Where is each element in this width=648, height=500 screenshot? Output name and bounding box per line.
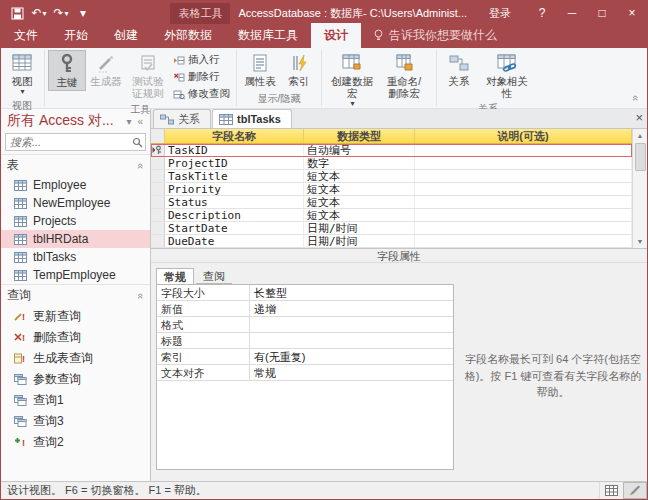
prop-value[interactable]: 长整型 <box>250 285 453 300</box>
tab-file[interactable]: 文件 <box>1 23 51 48</box>
create-data-macros-button[interactable]: 创建数据宏 ▾ <box>325 50 379 110</box>
data-type-cell[interactable]: 短文本 <box>304 209 415 221</box>
nav-item-query1[interactable]: 查询1 <box>1 390 150 411</box>
undo-dropdown-icon[interactable]: ▾ <box>43 9 47 18</box>
description-cell[interactable] <box>415 183 632 195</box>
nav-item-projects[interactable]: Projects <box>1 212 150 230</box>
prop-value[interactable] <box>250 333 453 348</box>
row-selector[interactable] <box>151 170 165 182</box>
field-name-cell[interactable]: ProjectID <box>165 157 304 169</box>
prop-value[interactable] <box>250 317 453 332</box>
prop-row-field-size[interactable]: 字段大小 长整型 <box>157 285 453 301</box>
data-type-cell[interactable]: 短文本 <box>304 196 415 208</box>
grid-row-priority[interactable]: Priority 短文本 <box>151 183 632 196</box>
description-cell[interactable] <box>415 209 632 221</box>
collapse-group-icon[interactable]: « <box>135 162 147 168</box>
grid-row-projectid[interactable]: ProjectID 数字 <box>151 157 632 170</box>
sign-in-link[interactable]: 登录 <box>489 6 511 21</box>
tab-design[interactable]: 设计 <box>311 23 361 48</box>
datasheet-view-button[interactable] <box>599 482 623 499</box>
scrollbar-thumb[interactable] <box>635 143 646 171</box>
nav-item-delete-query[interactable]: ! 删除查询 <box>1 327 150 348</box>
prop-value[interactable]: 有(无重复) <box>250 349 453 364</box>
redo-dropdown-icon[interactable]: ▾ <box>65 9 69 18</box>
search-icon[interactable] <box>129 137 145 148</box>
relationships-button[interactable]: 关系 <box>440 50 478 89</box>
row-selector[interactable] <box>151 235 165 247</box>
undo-icon[interactable]: ↶▾ <box>29 3 49 23</box>
nav-item-update-query[interactable]: ! 更新查询 <box>1 306 150 327</box>
design-view-button[interactable] <box>623 482 647 499</box>
tab-lookup[interactable]: 查阅 <box>196 268 232 284</box>
nav-item-tblhrdata[interactable]: tblHRData <box>1 230 150 248</box>
nav-group-queries[interactable]: 查询 « <box>1 284 150 306</box>
row-selector[interactable] <box>151 157 165 169</box>
tab-external-data[interactable]: 外部数据 <box>151 23 225 48</box>
field-name-cell[interactable]: StartDate <box>165 222 304 234</box>
prop-row-format[interactable]: 格式 <box>157 317 453 333</box>
data-type-cell[interactable]: 短文本 <box>304 183 415 195</box>
nav-item-employee[interactable]: Employee <box>1 176 150 194</box>
field-name-cell[interactable]: Status <box>165 196 304 208</box>
search-input[interactable] <box>6 135 129 149</box>
insert-rows-button[interactable]: 插入行 <box>170 52 233 68</box>
test-validation-rules-button[interactable]: 测试验证规则 <box>126 50 170 101</box>
data-type-cell[interactable]: 日期/时间 <box>304 222 415 234</box>
data-type-cell[interactable]: 日期/时间 <box>304 235 415 247</box>
tab-create[interactable]: 创建 <box>101 23 151 48</box>
object-dependencies-button[interactable]: 对象相关性 <box>478 50 536 101</box>
tell-me-box[interactable]: 告诉我你想要做什么 <box>361 23 509 48</box>
grid-row-tasktitle[interactable]: TaskTitle 短文本 <box>151 170 632 183</box>
prop-row-indexed[interactable]: 索引 有(无重复) <box>157 349 453 365</box>
grid-row-status[interactable]: Status 短文本 <box>151 196 632 209</box>
collapse-ribbon-icon[interactable]: « <box>633 92 639 104</box>
nav-item-query3[interactable]: 查询3 <box>1 411 150 432</box>
prop-row-new-values[interactable]: 新值 递增 <box>157 301 453 317</box>
description-cell[interactable] <box>415 222 632 234</box>
close-button[interactable]: × <box>617 1 647 25</box>
builder-button[interactable]: 生成器 <box>86 50 126 89</box>
scroll-down-icon[interactable]: ▼ <box>633 235 647 248</box>
tab-general[interactable]: 常规 <box>156 268 194 284</box>
grid-vertical-scrollbar[interactable]: ▲ ▼ <box>632 129 647 248</box>
nav-item-make-table-query[interactable]: ! 生成表查询 <box>1 348 150 369</box>
data-type-cell[interactable]: 数字 <box>304 157 415 169</box>
row-selector[interactable] <box>151 209 165 221</box>
nav-item-parameter-query[interactable]: 参数查询 <box>1 369 150 390</box>
primary-key-button[interactable]: 主键 <box>48 50 86 91</box>
field-name-cell[interactable]: Description <box>165 209 304 221</box>
view-button[interactable]: 视图 ▾ <box>3 50 41 98</box>
primary-key-row-icon[interactable] <box>151 144 165 156</box>
row-selector[interactable] <box>151 196 165 208</box>
row-selector[interactable] <box>151 222 165 234</box>
nav-item-newemployee[interactable]: NewEmployee <box>1 194 150 212</box>
description-cell[interactable] <box>415 196 632 208</box>
grid-row-startdate[interactable]: StartDate 日期/时间 <box>151 222 632 235</box>
maximize-button[interactable]: □ <box>587 1 617 25</box>
prop-row-caption[interactable]: 标题 <box>157 333 453 349</box>
save-icon[interactable] <box>7 3 27 23</box>
rename-delete-macro-button[interactable]: 重命名/删除宏 <box>379 50 429 101</box>
modify-lookups-button[interactable]: 修改查阅 <box>170 86 233 102</box>
tab-home[interactable]: 开始 <box>51 23 101 48</box>
nav-group-tables[interactable]: 表 « <box>1 154 150 176</box>
property-sheet-button[interactable]: 属性表 <box>240 50 280 89</box>
grid-row-duedate[interactable]: DueDate 日期/时间 <box>151 235 632 248</box>
data-type-cell[interactable]: 自动编号 <box>304 144 415 156</box>
data-type-cell[interactable]: 短文本 <box>304 170 415 182</box>
delete-rows-button[interactable]: 删除行 <box>170 69 233 85</box>
description-cell[interactable] <box>415 144 632 156</box>
description-cell[interactable] <box>415 235 632 247</box>
grid-row-description[interactable]: Description 短文本 <box>151 209 632 222</box>
customize-qat-icon[interactable]: ▾ <box>73 3 93 23</box>
scroll-up-icon[interactable]: ▲ <box>633 129 647 142</box>
description-cell[interactable] <box>415 157 632 169</box>
redo-icon[interactable]: ↷▾ <box>51 3 71 23</box>
tab-relationships-doc[interactable]: 关系 <box>153 109 211 128</box>
grid-row-taskid[interactable]: TaskID 自动编号 <box>151 144 632 157</box>
field-name-cell[interactable]: DueDate <box>165 235 304 247</box>
prop-value[interactable]: 常规 <box>250 365 453 380</box>
indexes-button[interactable]: 索引 <box>280 50 318 89</box>
close-document-icon[interactable]: × <box>635 111 643 124</box>
tab-tbltasks-doc[interactable]: tblTasks <box>212 109 292 128</box>
